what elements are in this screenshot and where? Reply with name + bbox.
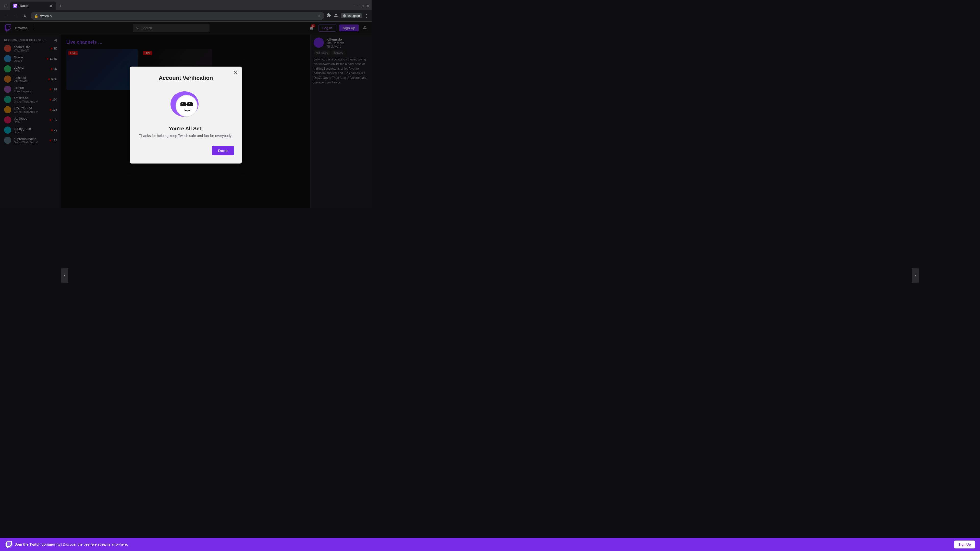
secure-icon: 🔒 xyxy=(34,14,38,18)
browser-chrome: Twitch ✕ + ─ ▢ ✕ ← → ↻ 🔒 twitch.tv ☆ xyxy=(0,0,372,22)
new-tab-button[interactable]: + xyxy=(57,2,64,10)
bookmark-icon[interactable]: ☆ xyxy=(318,14,321,18)
modal-success-text: Thanks for helping keep Twitch safe and … xyxy=(138,134,234,138)
tab-switcher[interactable] xyxy=(2,2,9,10)
modal-done-button[interactable]: Done xyxy=(212,146,234,156)
account-verification-modal: ✕ Account Verification xyxy=(130,67,242,164)
modal-title: Account Verification xyxy=(138,75,234,81)
modal-close-button[interactable]: ✕ xyxy=(234,70,238,75)
svg-point-3 xyxy=(176,95,197,117)
modal-success-title: You're All Set! xyxy=(138,126,234,132)
twitch-app: Browse ⋮ 61 Log In Sign Up xyxy=(0,22,372,208)
maximize-button[interactable]: ▢ xyxy=(360,4,364,8)
browser-tab-twitch[interactable]: Twitch ✕ xyxy=(10,2,56,10)
modal-overlay: ✕ Account Verification xyxy=(0,22,372,208)
modal-mascot xyxy=(138,87,234,121)
window-controls: ─ ▢ ✕ xyxy=(355,4,369,8)
url-text: twitch.tv xyxy=(40,14,316,18)
svg-point-0 xyxy=(335,14,337,15)
reload-button[interactable]: ↻ xyxy=(21,12,29,19)
omnibar: ← → ↻ 🔒 twitch.tv ☆ Incognito ⋮ xyxy=(0,10,372,21)
tab-bar: Twitch ✕ + ─ ▢ ✕ xyxy=(0,0,372,10)
svg-point-7 xyxy=(182,103,183,104)
mascot-illustration xyxy=(169,87,202,121)
forward-button[interactable]: → xyxy=(12,12,19,19)
url-bar[interactable]: 🔒 twitch.tv ☆ xyxy=(30,12,325,20)
tab-close-button[interactable]: ✕ xyxy=(49,4,53,8)
svg-rect-4 xyxy=(180,102,186,106)
chrome-menu-button[interactable]: ⋮ xyxy=(364,14,369,18)
svg-rect-5 xyxy=(187,102,192,106)
close-window-button[interactable]: ✕ xyxy=(366,4,369,8)
minimize-button[interactable]: ─ xyxy=(355,4,358,8)
omnibar-right: Incognito ⋮ xyxy=(326,13,369,19)
svg-point-8 xyxy=(189,103,189,104)
extensions-button[interactable] xyxy=(326,13,331,19)
twitch-favicon xyxy=(13,4,18,8)
back-button[interactable]: ← xyxy=(3,12,10,19)
incognito-indicator: Incognito xyxy=(341,13,362,18)
profile-icon[interactable] xyxy=(334,13,338,19)
tab-title: Twitch xyxy=(19,4,47,8)
